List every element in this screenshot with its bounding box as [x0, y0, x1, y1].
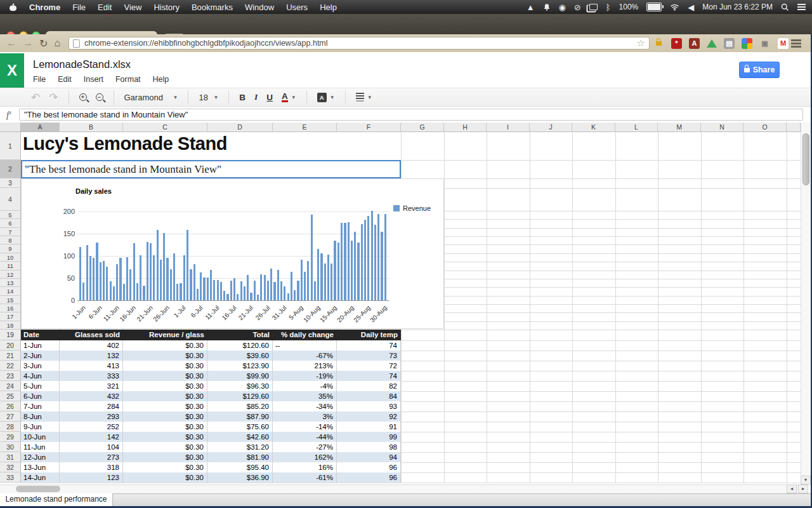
table-cell[interactable]: 96 — [337, 472, 401, 483]
row-header-26[interactable]: 26 — [0, 401, 21, 411]
battery-icon[interactable] — [646, 3, 662, 11]
align-button[interactable]: ▼ — [351, 90, 377, 105]
table-cell[interactable]: -27% — [273, 442, 337, 452]
table-cell[interactable]: 35% — [273, 391, 337, 401]
lastpass-icon[interactable]: * — [671, 38, 682, 49]
table-cell[interactable]: $0.30 — [123, 442, 207, 452]
column-header-F[interactable]: F — [337, 123, 401, 132]
drive-icon[interactable]: ▲ — [527, 3, 535, 11]
app-menu-edit[interactable]: Edit — [58, 75, 72, 84]
table-cell[interactable]: 7-Jun — [21, 401, 60, 411]
table-cell[interactable]: 73 — [337, 351, 401, 361]
table-cell[interactable]: 9-Jun — [21, 422, 60, 432]
table-cell[interactable]: $0.30 — [123, 391, 207, 401]
table-cell[interactable]: -44% — [273, 432, 337, 442]
table-cell[interactable]: $123.90 — [207, 361, 273, 371]
menubar-item-edit[interactable]: Edit — [98, 3, 112, 12]
zoom-in-button[interactable]: + — [75, 90, 91, 105]
row-header-33[interactable]: 33 — [0, 472, 21, 483]
row-header-27[interactable]: 27 — [0, 411, 21, 422]
table-cell[interactable]: $36.90 — [207, 472, 273, 483]
app-menu-help[interactable]: Help — [153, 75, 169, 84]
column-header-J[interactable]: J — [530, 123, 572, 132]
bold-button[interactable]: B — [235, 90, 250, 105]
table-cell[interactable]: 132 — [60, 351, 123, 361]
table-cell[interactable]: -34% — [273, 401, 337, 411]
table-cell[interactable]: $39.60 — [207, 351, 273, 361]
table-cell[interactable]: 82 — [337, 381, 401, 391]
table-cell[interactable]: -61% — [273, 472, 337, 483]
app-menu-insert[interactable]: Insert — [84, 75, 103, 84]
table-cell[interactable]: 74 — [337, 340, 401, 351]
table-cell[interactable]: 14-Jun — [21, 472, 60, 483]
table-cell[interactable]: $0.30 — [123, 401, 207, 411]
column-header-O[interactable]: O — [743, 123, 787, 132]
menubar-item-window[interactable]: Window — [245, 3, 274, 12]
formula-input[interactable]: "The best lemonade stand in Mountain Vie… — [19, 109, 803, 121]
table-cell[interactable]: 1-Jun — [21, 340, 60, 351]
row-header-15[interactable]: 15 — [0, 296, 21, 304]
row-header-29[interactable]: 29 — [0, 432, 21, 442]
text-color-button[interactable]: A▼ — [277, 90, 301, 105]
bookmark-star-icon[interactable]: ☆ — [637, 37, 645, 49]
daily-sales-chart[interactable]: Daily sales Revenue 2001501005001-Jun6-J… — [21, 178, 444, 329]
selected-cell[interactable]: "The best lemonade stand in Mountain Vie… — [21, 160, 401, 178]
table-cell[interactable]: 2-Jun — [21, 351, 60, 361]
table-cell[interactable]: -67% — [273, 351, 337, 361]
table-cell[interactable]: 5-Jun — [21, 381, 60, 391]
row-header-16[interactable]: 16 — [0, 304, 21, 312]
row-header-25[interactable]: 25 — [0, 391, 21, 401]
row-header-2[interactable]: 2 — [0, 160, 21, 178]
row-header-22[interactable]: 22 — [0, 361, 21, 371]
forward-button[interactable]: → — [23, 37, 33, 49]
horizontal-scrollbar-thumb[interactable] — [16, 486, 60, 492]
column-header-N[interactable]: N — [701, 123, 743, 132]
share-button[interactable]: Share — [739, 62, 780, 78]
table-cell[interactable]: 333 — [60, 371, 123, 381]
table-cell[interactable]: $42.60 — [207, 432, 273, 442]
row-header-9[interactable]: 9 — [0, 244, 21, 253]
row-header-11[interactable]: 11 — [0, 262, 21, 270]
table-cell[interactable]: $31.20 — [207, 442, 273, 452]
row-header-18[interactable]: 18 — [0, 321, 21, 330]
table-cell[interactable]: 293 — [60, 411, 123, 422]
zoom-out-button[interactable]: − — [91, 90, 108, 105]
table-cell[interactable]: $0.30 — [123, 472, 207, 483]
disc-icon[interactable]: ◉ — [559, 3, 566, 11]
table-cell[interactable]: $0.30 — [123, 422, 207, 432]
table-cell[interactable]: 402 — [60, 340, 123, 351]
redo-button[interactable]: ↷ — [44, 90, 62, 105]
table-cell[interactable]: $96.30 — [207, 381, 273, 391]
table-cell[interactable]: 413 — [60, 361, 123, 371]
home-button[interactable]: ⌂ — [54, 37, 60, 49]
table-cell[interactable]: $0.30 — [123, 432, 207, 442]
table-cell[interactable]: 84 — [337, 391, 401, 401]
table-cell[interactable]: $81.90 — [207, 452, 273, 462]
displays-icon[interactable] — [589, 4, 598, 10]
lock-extension-icon[interactable] — [653, 38, 664, 49]
row-header-10[interactable]: 10 — [0, 253, 21, 262]
menubar-item-chrome[interactable]: Chrome — [29, 3, 60, 12]
font-family-dropdown[interactable]: Garamond▼ — [120, 90, 183, 105]
column-header-L[interactable]: L — [615, 123, 658, 132]
italic-button[interactable]: I — [250, 90, 262, 105]
table-cell[interactable]: 16% — [273, 462, 337, 472]
document-title[interactable]: LemonadeStand.xlsx — [33, 58, 131, 70]
do-not-disturb-icon[interactable]: ⊘ — [574, 3, 581, 11]
table-cell[interactable]: 74 — [337, 371, 401, 381]
row-header-5[interactable]: 5 — [0, 211, 21, 219]
column-header-stub[interactable] — [787, 123, 801, 132]
column-header-H[interactable]: H — [444, 123, 487, 132]
table-cell[interactable]: $129.60 — [207, 391, 273, 401]
table-cell[interactable]: 98 — [337, 442, 401, 452]
row-header-14[interactable]: 14 — [0, 287, 21, 295]
table-cell[interactable]: 142 — [60, 432, 123, 442]
column-header-I[interactable]: I — [487, 123, 530, 132]
back-button[interactable]: ← — [6, 37, 16, 49]
table-cell[interactable]: 99 — [337, 432, 401, 442]
font-size-dropdown[interactable]: 18▼ — [194, 90, 223, 105]
notifications-icon[interactable] — [543, 3, 551, 11]
chrome-menu-icon[interactable] — [791, 39, 801, 41]
table-cell[interactable]: 92 — [337, 411, 401, 422]
row-header-32[interactable]: 32 — [0, 462, 21, 472]
